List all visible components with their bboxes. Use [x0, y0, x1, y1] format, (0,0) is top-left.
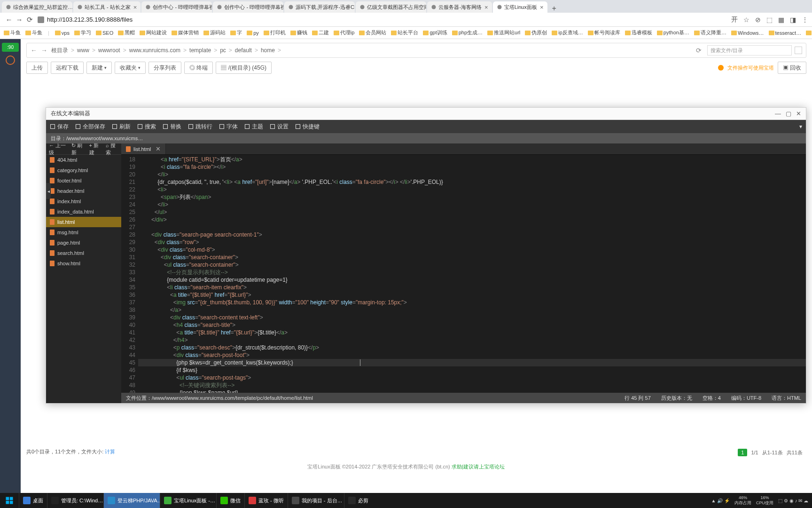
tab-close-button[interactable]: ✕: [156, 145, 161, 152]
bookmark-24[interactable]: python基…: [657, 29, 689, 36]
reload-button[interactable]: ⟳: [24, 16, 35, 24]
taskbar-item-1[interactable]: 管理员: C:\Wind…: [47, 493, 103, 508]
bookmark-8[interactable]: 源码站: [203, 29, 226, 36]
status-history[interactable]: 历史版本：无: [661, 395, 692, 402]
toolbar-btn-1[interactable]: 远程下载: [51, 62, 84, 74]
toolbar-btn-3[interactable]: 收藏夹▾: [115, 62, 146, 74]
bookmark-10[interactable]: py: [247, 30, 259, 36]
file-index_data-html[interactable]: index_data.html: [46, 206, 121, 217]
addr-action-3[interactable]: ⬚: [766, 16, 773, 24]
bookmark-2[interactable]: vps: [55, 30, 70, 36]
fs-toolbar-2[interactable]: + 新建: [89, 143, 102, 156]
breadcrumb-6[interactable]: default: [235, 47, 252, 54]
bookmark-18[interactable]: php生成…: [452, 29, 483, 36]
toolbar-btn-2[interactable]: 新建▾: [86, 62, 112, 74]
sidebar-collapse-handle[interactable]: ◂: [46, 183, 51, 199]
menu-saveall[interactable]: 全部保存: [75, 123, 105, 131]
browser-tab-7[interactable]: 宝塔Linux面板×: [493, 1, 547, 13]
toolbar-btn-0[interactable]: 上传: [26, 62, 48, 74]
taskbar-item-4[interactable]: 微信: [216, 493, 244, 508]
bookmark-16[interactable]: 站长平台: [391, 29, 418, 36]
bookmark-11[interactable]: 打印机: [264, 29, 286, 36]
forum-link[interactable]: 求助|建议请上宝塔论坛: [452, 464, 505, 469]
rail-status-icon[interactable]: [6, 56, 15, 65]
menu-refresh[interactable]: 刷新: [112, 123, 131, 131]
bc-back-button[interactable]: ←: [31, 47, 37, 54]
tray-more-icons[interactable]: ⬚ ⚙ ◉ ♪ ✉ ☁: [778, 498, 808, 503]
taskbar-item-0[interactable]: 桌面: [19, 493, 47, 508]
breadcrumb-0[interactable]: 根目录: [51, 47, 68, 54]
recycle-button[interactable]: ▣ 回收: [778, 62, 806, 74]
file-category-html[interactable]: category.html: [46, 165, 121, 175]
tab-close-icon[interactable]: ×: [133, 4, 137, 11]
taskbar-item-6[interactable]: 我的项目 - 后台…: [288, 493, 344, 508]
taskbar-item-2[interactable]: 登云梯PHP/JAVA…: [103, 493, 160, 508]
menu-theme[interactable]: 主题: [244, 123, 263, 131]
status-indent[interactable]: 空格：4: [703, 395, 721, 402]
code-editor[interactable]: 1819202122232425262728293031323334353637…: [121, 155, 806, 393]
bookmark-22[interactable]: 帐号阅读库: [588, 29, 620, 36]
menu-search[interactable]: 搜索: [137, 123, 156, 131]
menu-hotkey[interactable]: 快捷键: [295, 123, 320, 131]
breadcrumb-3[interactable]: www.xunruicms.com: [129, 47, 180, 54]
browser-tab-2[interactable]: 创作中心 - 哔哩哔哩弹幕视频…×: [141, 1, 212, 13]
file-search-input[interactable]: 搜索文件/目录: [707, 45, 792, 56]
maximize-button[interactable]: ▢: [786, 110, 791, 117]
taskbar-item-7[interactable]: 必剪: [344, 493, 372, 508]
bookmark-7[interactable]: 媒体营销: [172, 29, 199, 36]
toolbar-btn-5[interactable]: ◎ 终端: [184, 62, 213, 74]
bookmark-0[interactable]: 斗鱼: [4, 29, 21, 36]
bookmark-14[interactable]: 代理ip: [334, 29, 355, 36]
browser-tab-5[interactable]: 亿级文章截图器不占用空间,筛…×: [356, 1, 426, 13]
bookmark-15[interactable]: 会员网站: [359, 29, 386, 36]
toolbar-btn-6[interactable]: ▤ /(根目录) (45G): [216, 62, 272, 74]
breadcrumb-2[interactable]: wwwroot: [98, 47, 120, 54]
file-index-html[interactable]: index.html: [46, 196, 121, 206]
taskbar-item-5[interactable]: 蓝玫 - 微听: [244, 493, 288, 508]
status-language[interactable]: 语言：HTML: [772, 395, 801, 402]
site-info-icon[interactable]: [38, 16, 44, 23]
bookmark-5[interactable]: 黑帽: [118, 29, 135, 36]
breadcrumb-7[interactable]: home: [261, 47, 275, 54]
modal-titlebar[interactable]: 在线文本编辑器 — ▢ ✕: [46, 108, 806, 120]
file-search-html[interactable]: search.html: [46, 248, 121, 258]
addr-action-2[interactable]: ⊘: [755, 16, 761, 24]
bc-refresh-button[interactable]: ⟳: [696, 47, 702, 54]
menu-font[interactable]: 字体: [219, 123, 238, 131]
breadcrumb-1[interactable]: www: [77, 47, 89, 54]
bookmark-27[interactable]: tesseract…: [769, 30, 802, 36]
bookmark-1[interactable]: 斗鱼: [25, 29, 42, 36]
bc-forward-button[interactable]: →: [41, 47, 47, 54]
addr-action-5[interactable]: ◨: [790, 16, 796, 24]
file-404-html[interactable]: 404.html: [46, 155, 121, 165]
bookmark-23[interactable]: 迅睿模板: [625, 29, 652, 36]
bookmark-28[interactable]: (1)免费虚…: [806, 29, 812, 36]
forward-button[interactable]: →: [14, 16, 24, 24]
menu-save[interactable]: 保存: [50, 123, 69, 131]
bookmark-12[interactable]: 赚钱: [290, 29, 307, 36]
breadcrumb-5[interactable]: pc: [220, 47, 226, 54]
tab-close-icon[interactable]: ×: [540, 4, 544, 11]
menu-replace[interactable]: 替换: [163, 123, 181, 131]
file-page-html[interactable]: page.html: [46, 238, 121, 248]
browser-tab-4[interactable]: 源码下载,开源程序-迅睿CMS…×: [284, 1, 355, 13]
menu-goto[interactable]: 跳转行: [188, 123, 212, 131]
bookmark-17[interactable]: gpt训练: [423, 29, 447, 36]
tray-icons[interactable]: ▲ 🔊 ⚡: [711, 498, 730, 503]
bookmark-19[interactable]: 推送网站url: [487, 29, 520, 36]
tab-close-icon[interactable]: ×: [484, 4, 488, 11]
new-tab-button[interactable]: +: [548, 4, 560, 13]
bookmark-21[interactable]: ip反查域…: [552, 29, 583, 36]
bookmark-20[interactable]: 伪原创: [525, 29, 547, 36]
url-input[interactable]: http://103.212.35.190:8888/files: [47, 16, 731, 23]
back-button[interactable]: ←: [4, 16, 14, 24]
fs-toolbar-1[interactable]: ↻ 刷新: [71, 143, 85, 156]
file-footer-html[interactable]: footer.html: [46, 175, 121, 186]
close-button[interactable]: ✕: [796, 110, 801, 117]
addr-action-6[interactable]: ⋮: [802, 16, 808, 24]
start-button[interactable]: [0, 493, 19, 508]
bookmark-3[interactable]: 学习: [74, 29, 91, 36]
page-1-button[interactable]: 1: [738, 449, 747, 456]
toolbar-btn-4[interactable]: 分享列表: [148, 62, 181, 74]
fs-toolbar-0[interactable]: ← 上一级: [49, 143, 68, 156]
